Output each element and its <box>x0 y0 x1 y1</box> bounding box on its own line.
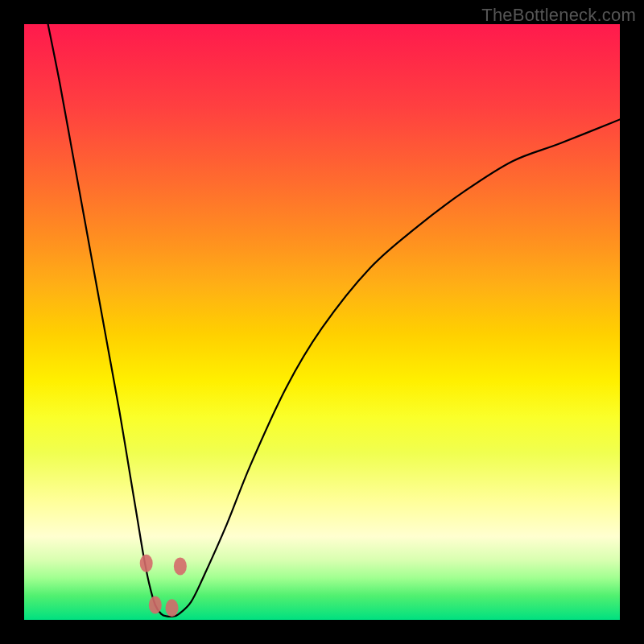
marker-left-upper <box>140 555 153 572</box>
marker-left-lower <box>149 597 162 614</box>
watermark-text: TheBottleneck.com <box>481 5 636 26</box>
marker-right-upper <box>174 557 187 575</box>
curve-layer <box>24 24 620 620</box>
plot-area <box>24 24 620 620</box>
curve-markers <box>140 555 187 617</box>
chart-frame: TheBottleneck.com <box>0 0 644 644</box>
bottleneck-curve <box>48 24 620 617</box>
marker-right-lower <box>166 599 179 617</box>
